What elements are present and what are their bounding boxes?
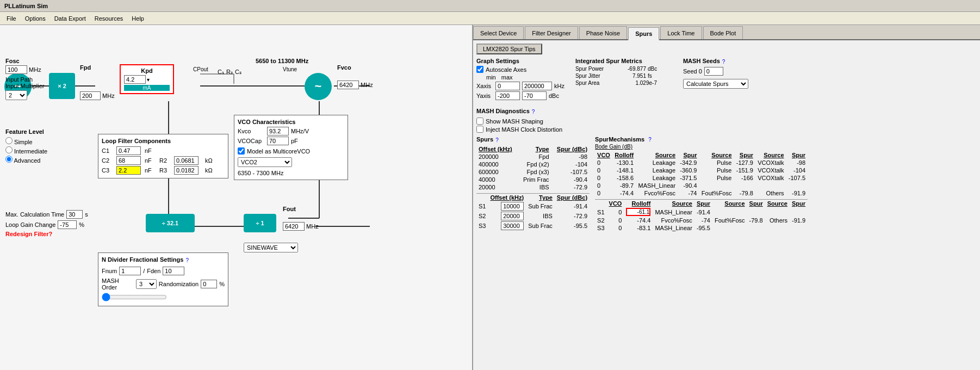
sm1-src1: MASH_Linear (653, 207, 694, 217)
feature-intermediate[interactable]: Intermediate (5, 146, 47, 155)
seed0-input[interactable] (704, 67, 723, 76)
s-mechanisms-table: VCO Rolloff Source Spur Source Spur Sour… (595, 199, 808, 232)
col-type: Type (518, 145, 551, 153)
tab-lock-time[interactable]: Lock Time (660, 26, 702, 39)
randomization-slider[interactable] (102, 293, 167, 301)
max-label: max (501, 74, 513, 81)
c3-unit: nF (145, 167, 158, 174)
kvco-unit: MHz/V (291, 128, 309, 134)
xaxis-unit: kHz (554, 83, 565, 89)
vco-characteristics-box: VCO Characteristics Kvco MHz/V VCOCap pF… (234, 115, 348, 180)
s-row-2: S2 IBS -72.9 (476, 211, 590, 221)
r3-input[interactable] (174, 166, 199, 175)
sm1-rolloff-input[interactable] (626, 208, 650, 216)
s2-spur: -72.9 (555, 211, 590, 221)
calculate-spurs-select[interactable]: Calculate Spurs (683, 79, 748, 89)
s2-offset (488, 211, 526, 221)
multicore-vco-checkbox[interactable] (238, 147, 245, 155)
fosc-input[interactable] (5, 65, 27, 74)
sm1-spur1: -91.4 (694, 207, 712, 217)
menu-data-export[interactable]: Data Export (50, 14, 90, 23)
fout-input[interactable] (283, 222, 305, 231)
s3-offset-input[interactable] (501, 221, 524, 230)
mash-seeds-help[interactable]: ? (722, 59, 725, 65)
fvco-value: MHz (337, 81, 373, 89)
vco-select[interactable]: VCO2 (238, 157, 292, 167)
r2-input[interactable] (174, 156, 199, 165)
menu-file[interactable]: File (2, 14, 21, 23)
output-type-select[interactable]: SINEWAVE (244, 243, 298, 252)
sm2-vco: 0 (607, 217, 624, 224)
xaxis-max-input[interactable] (522, 82, 552, 90)
fpd-input[interactable] (80, 91, 101, 100)
feature-simple-radio[interactable] (5, 137, 13, 144)
spurs-help[interactable]: ? (495, 137, 499, 143)
kvco-input[interactable] (267, 127, 289, 135)
yaxis-max-input[interactable] (522, 91, 547, 100)
m4-src3 (755, 182, 786, 189)
sm-col-source3: Source (765, 200, 790, 208)
app-title: PLLatinum Sim (4, 3, 48, 9)
menu-help[interactable]: Help (127, 14, 148, 23)
m3-spur2: -166 (734, 174, 755, 182)
inject-mash-checkbox[interactable] (476, 126, 483, 133)
menu-resources[interactable]: Resources (90, 14, 128, 23)
max-calc-input[interactable] (66, 210, 83, 219)
feature-advanced[interactable]: Advanced (5, 156, 47, 164)
offset-1: 200000 (476, 153, 518, 161)
spur-jitter-value: 7.951 (619, 73, 646, 79)
fvco-input[interactable] (337, 81, 359, 89)
type-4: Prim Frac (518, 176, 551, 183)
fpd-value-row: MHz (80, 91, 115, 100)
autoscale-checkbox[interactable] (476, 66, 483, 73)
s2-offset-input[interactable] (501, 212, 524, 220)
kpd-title: Kpd (124, 67, 170, 74)
s1-offset-input[interactable] (501, 202, 524, 211)
kpd-input[interactable] (124, 75, 146, 84)
fnum-input[interactable] (119, 267, 141, 275)
feature-advanced-radio[interactable] (5, 156, 13, 163)
mech-row-4: 0 -89.7 MASH_Linear -90.4 (595, 182, 808, 189)
sm-col-source1: Source (653, 200, 694, 208)
sm3-spur3 (790, 224, 808, 232)
tab-select-device[interactable]: Select Device (473, 26, 524, 39)
loop-gain-label: Loop Gain Change (5, 221, 55, 228)
feature-simple[interactable]: Simple (5, 137, 47, 145)
c2-input[interactable] (116, 156, 141, 165)
c3-input[interactable] (116, 166, 141, 175)
n-divider-help[interactable]: ? (185, 257, 189, 263)
tab-phase-noise[interactable]: Phase Noise (579, 26, 627, 39)
kvco-label: Kvco (238, 128, 265, 134)
mash-order-select[interactable]: 3 1 2 (136, 279, 157, 289)
vcocap-input[interactable] (267, 137, 289, 145)
tab-bode-plot[interactable]: Bode Plot (703, 26, 743, 39)
m3-rolloff: -158.6 (612, 174, 636, 182)
sm-row-3: S3 0 -83.1 MASH_Linear -95.5 (595, 224, 808, 232)
yaxis-min-input[interactable] (495, 91, 520, 100)
c1-input[interactable] (116, 146, 141, 155)
loop-gain-input[interactable] (58, 220, 77, 229)
kpd-dropdown-arrow[interactable]: ▾ (147, 77, 150, 83)
spur-area-row: Spur Area 1.029e-7 (575, 80, 661, 86)
input-multiplier-select[interactable]: 2 1 3 4 (5, 90, 27, 100)
mash-diagnostics-help[interactable]: ? (532, 109, 535, 115)
tab-spurs[interactable]: Spurs (628, 27, 659, 40)
fosc-label: Fosc (5, 58, 45, 64)
spur-mechanisms-help[interactable]: ? (648, 137, 652, 143)
lmx-tips-button[interactable]: LMX2820 Spur Tips (476, 44, 542, 54)
fden-input[interactable] (163, 267, 184, 275)
fvco-unit: MHz (361, 82, 373, 88)
m5-vco: 0 (595, 189, 612, 197)
spur-jitter-label: Spur Jitter (575, 73, 619, 79)
tab-filter-designer[interactable]: Filter Designer (525, 26, 578, 39)
xaxis-min-input[interactable] (495, 82, 520, 90)
min-label: min (486, 74, 496, 81)
menu-options[interactable]: Options (21, 14, 50, 23)
feature-intermediate-radio[interactable] (5, 146, 13, 153)
randomization-input[interactable] (201, 280, 217, 288)
spur-4: -90.4 (551, 176, 590, 183)
sm1-src2 (712, 207, 747, 217)
redesign-filter-label[interactable]: Redesign Filter? (5, 231, 88, 237)
show-mash-checkbox[interactable] (476, 118, 483, 125)
spur-mechanisms-section: SpurMechanisms ? Bode Gain (dB) VCO Roll… (595, 136, 808, 232)
